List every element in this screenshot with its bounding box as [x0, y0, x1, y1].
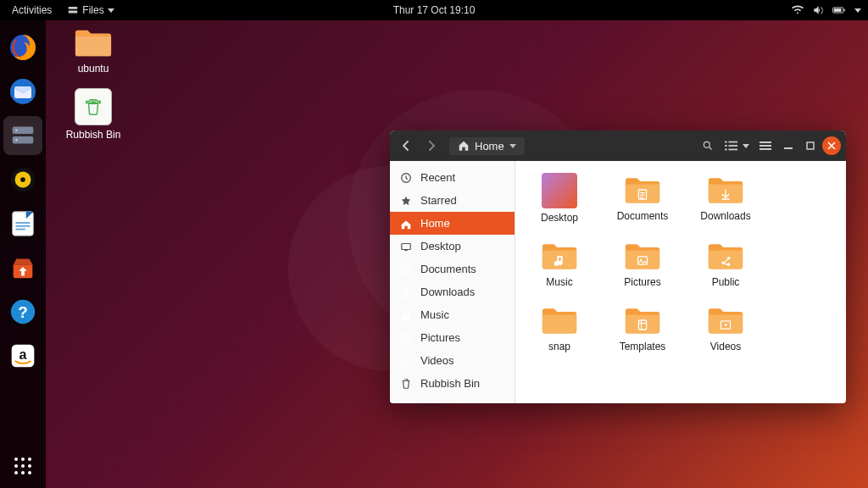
sidebar-item-label: Music	[420, 308, 449, 321]
maximize-button[interactable]	[800, 136, 821, 156]
minimize-icon	[784, 141, 793, 150]
thunderbird-icon	[8, 76, 38, 107]
dock-writer[interactable]	[3, 204, 42, 243]
dock-amazon[interactable]: a	[3, 336, 42, 375]
folder-icon	[697, 303, 754, 337]
folder-icon	[614, 239, 671, 273]
activities-button[interactable]: Activities	[7, 4, 57, 16]
file-item-label: Videos	[697, 341, 754, 352]
file-grid[interactable]: DesktopDocumentsDownloadsMusicPicturesPu…	[515, 161, 846, 403]
sidebar-item-downloads[interactable]: Downloads	[390, 280, 515, 303]
file-item-downloads[interactable]: Downloads	[697, 173, 754, 224]
desktop-icon	[400, 241, 412, 252]
dock-rhythmbox[interactable]	[3, 160, 42, 199]
dock-firefox[interactable]	[3, 28, 42, 67]
search-button[interactable]	[697, 135, 719, 157]
file-item-videos[interactable]: Videos	[697, 303, 754, 352]
sidebar-item-starred[interactable]: Starred	[390, 189, 515, 212]
folder-icon	[614, 173, 671, 207]
desktop-icon-rubbish-bin[interactable]: Rubbish Bin	[59, 88, 127, 141]
sidebar-item-home[interactable]: Home	[390, 212, 515, 235]
nav-back-button[interactable]	[395, 135, 417, 157]
file-item-documents[interactable]: Documents	[614, 173, 671, 224]
sidebar-item-label: Downloads	[420, 286, 475, 298]
file-item-desktop[interactable]: Desktop	[531, 173, 588, 224]
list-icon	[725, 140, 738, 152]
sidebar-item-recent[interactable]: Recent	[390, 166, 515, 189]
dock-files[interactable]	[3, 116, 42, 155]
svg-text:?: ?	[18, 303, 28, 321]
dock-software[interactable]	[3, 248, 42, 287]
amazon-icon: a	[9, 342, 36, 369]
file-item-pictures[interactable]: Pictures	[614, 239, 671, 288]
dock-help[interactable]: ?	[3, 292, 42, 331]
hamburger-icon	[760, 140, 771, 152]
battery-icon[interactable]	[832, 4, 846, 16]
nav-forward-button[interactable]	[420, 135, 442, 157]
svg-rect-35	[728, 145, 737, 147]
hamburger-menu-button[interactable]	[754, 135, 776, 157]
svg-rect-0	[69, 7, 78, 9]
home-icon	[400, 218, 412, 230]
volume-icon[interactable]	[812, 4, 824, 16]
file-item-label: Public	[697, 276, 754, 288]
file-item-music[interactable]: Music	[531, 239, 588, 288]
svg-rect-38	[760, 141, 771, 143]
titlebar[interactable]: Home	[390, 130, 846, 161]
svg-rect-33	[728, 141, 737, 143]
chevron-right-icon	[426, 141, 437, 151]
system-menu-chevron-icon[interactable]	[854, 8, 861, 13]
svg-rect-39	[760, 145, 771, 147]
svg-rect-36	[725, 149, 727, 151]
svg-rect-42	[807, 142, 814, 149]
file-item-templates[interactable]: Templates	[614, 303, 671, 352]
chevron-down-icon	[509, 144, 516, 148]
chevron-down-icon[interactable]	[743, 144, 749, 148]
close-button[interactable]	[822, 136, 841, 155]
view-list-button[interactable]	[721, 135, 743, 157]
show-applications-button[interactable]	[3, 446, 42, 485]
places-sidebar: RecentStarredHomeDesktopDocumentsDownloa…	[390, 161, 515, 403]
file-item-label: Music	[531, 276, 588, 288]
software-icon	[8, 253, 37, 282]
clock-icon	[400, 172, 412, 184]
sidebar-item-rubbish-bin[interactable]: Rubbish Bin	[390, 372, 515, 395]
file-item-public[interactable]: Public	[697, 239, 754, 288]
svg-rect-17	[16, 229, 25, 230]
file-item-label: Templates	[614, 341, 671, 352]
search-icon	[702, 140, 714, 152]
svg-rect-15	[16, 222, 31, 224]
files-app-icon	[8, 121, 37, 150]
dock-thunderbird[interactable]	[3, 72, 42, 111]
top-panel: Activities Files Thur 17 Oct 19:10	[0, 0, 868, 20]
svg-rect-1	[69, 11, 78, 14]
sidebar-item-label: Documents	[420, 263, 476, 275]
trash-icon	[75, 88, 112, 125]
star-icon	[400, 195, 412, 207]
file-item-label: snap	[531, 341, 588, 352]
svg-point-25	[14, 464, 18, 468]
minimize-button[interactable]	[778, 136, 798, 156]
sidebar-item-label: Home	[420, 217, 450, 230]
file-item-label: Pictures	[614, 276, 671, 288]
sidebar-item-desktop[interactable]: Desktop	[390, 235, 515, 258]
file-item-label: Documents	[614, 210, 671, 222]
clock[interactable]: Thur 17 Oct 19:10	[388, 4, 481, 16]
svg-point-28	[14, 471, 18, 474]
folder-icon	[614, 303, 671, 337]
sidebar-item-videos[interactable]: Videos	[390, 349, 515, 372]
network-icon[interactable]	[792, 4, 804, 16]
desktop-icon-label: Rubbish Bin	[59, 129, 127, 141]
file-item-snap[interactable]: snap	[531, 303, 588, 352]
svg-rect-4	[844, 9, 845, 11]
apps-grid-icon	[12, 455, 34, 477]
desktop-icon-ubuntu[interactable]: ubuntu	[59, 25, 127, 75]
sidebar-item-documents[interactable]: Documents	[390, 258, 515, 280]
sidebar-item-pictures[interactable]: Pictures	[390, 326, 515, 349]
app-menu-button[interactable]: Files	[62, 4, 119, 16]
dock: ? a	[0, 20, 46, 488]
sidebar-item-music[interactable]: Music	[390, 303, 515, 326]
firefox-icon	[8, 32, 38, 63]
files-window: Home RecentStarredHomeDesktopDocumentsDo…	[390, 130, 846, 403]
path-bar[interactable]: Home	[449, 137, 525, 155]
